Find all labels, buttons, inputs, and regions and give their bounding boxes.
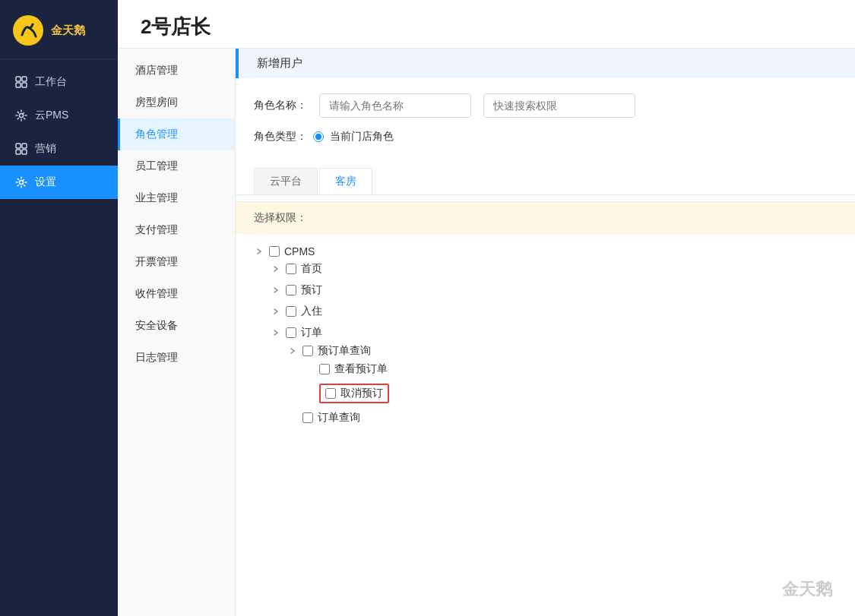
tree-label-homepage: 首页 — [301, 262, 322, 276]
tree-node-checkin: 入住 — [271, 302, 837, 321]
tree-checkbox-cpms[interactable] — [269, 246, 280, 257]
tree-node-view-pre-order: 查看预订单 — [304, 360, 837, 378]
tree-checkbox-reservation[interactable] — [286, 285, 296, 295]
tree-label-cpms: CPMS — [284, 245, 315, 257]
settings-icon — [15, 176, 27, 188]
section-header: 新增用户 — [236, 49, 855, 78]
tab-yunplatform[interactable]: 云平台 — [254, 168, 318, 194]
tree-toggle-cpms[interactable] — [254, 246, 264, 257]
grid-icon — [15, 76, 27, 88]
sub-nav-hotel[interactable]: 酒店管理 — [118, 55, 235, 87]
tree-node-reservation: 预订 — [271, 281, 837, 299]
tree-row-reservation: 预订 — [271, 281, 837, 299]
tree-checkbox-pre-order-query[interactable] — [302, 346, 313, 356]
sub-nav-role[interactable]: 角色管理 — [118, 118, 235, 150]
tree-node-cancel-pre-order: 取消预订 — [304, 381, 837, 406]
svg-rect-4 — [22, 83, 27, 87]
main-content: 2号店长 酒店管理 房型房间 角色管理 员工管理 业主管理 支付管理 开 — [118, 0, 855, 616]
sub-nav-owner[interactable]: 业主管理 — [118, 182, 235, 214]
role-type-radio[interactable] — [313, 131, 324, 142]
sub-nav-security[interactable]: 安全设备 — [118, 310, 235, 342]
sidebar-item-settings[interactable]: 设置 — [0, 166, 118, 199]
tree-label-cancel-pre-order: 取消预订 — [340, 387, 383, 400]
page-title: 2号店长 — [141, 14, 832, 40]
sub-nav-receiving[interactable]: 收件管理 — [118, 278, 235, 310]
sub-nav-payment[interactable]: 支付管理 — [118, 214, 235, 246]
tree-label-reservation: 预订 — [301, 283, 322, 297]
gear-icon — [15, 109, 27, 122]
sidebar-item-workbench[interactable]: 工作台 — [0, 65, 118, 99]
logo-text: 金天鹅 — [51, 24, 85, 37]
content-wrapper: 酒店管理 房型房间 角色管理 员工管理 业主管理 支付管理 开票管理 收件管理 — [118, 49, 855, 616]
svg-rect-1 — [16, 77, 21, 81]
svg-point-0 — [13, 15, 43, 46]
sub-nav-staff[interactable]: 员工管理 — [118, 150, 235, 182]
sidebar-item-yunpms-label: 云PMS — [35, 109, 68, 122]
section-title: 新增用户 — [257, 56, 302, 69]
svg-rect-7 — [22, 144, 27, 148]
svg-rect-8 — [16, 150, 21, 154]
sub-nav-invoice[interactable]: 开票管理 — [118, 246, 235, 278]
sidebar-item-workbench-label: 工作台 — [35, 75, 67, 89]
role-name-row: 角色名称： — [254, 93, 837, 118]
header: 2号店长 — [118, 0, 855, 49]
tree-toggle-orders[interactable] — [271, 327, 281, 338]
tree-label-view-pre-order: 查看预订单 — [334, 362, 388, 376]
sidebar: 金天鹅 工作台 云PMS 营销 — [0, 0, 118, 616]
marketing-icon — [15, 143, 27, 155]
tree-checkbox-view-pre-order[interactable] — [319, 364, 330, 374]
tree-row-pre-order-query: 预订单查询 — [287, 342, 837, 360]
svg-rect-2 — [22, 77, 27, 81]
tree-children-cpms: 首页 预订 — [271, 260, 837, 427]
tree-row-order-query: 订单查询 — [287, 409, 837, 427]
tab-guestroom[interactable]: 客房 — [319, 168, 372, 194]
tree-checkbox-cancel-pre-order[interactable] — [325, 388, 336, 399]
tree-children-pre-order-query: 查看预订单 — [304, 360, 837, 406]
role-type-label: 角色类型： — [254, 130, 307, 144]
tree-label-orders: 订单 — [301, 326, 322, 340]
sub-sidebar: 酒店管理 房型房间 角色管理 员工管理 业主管理 支付管理 开票管理 收件管理 — [118, 49, 236, 616]
sidebar-item-yunpms[interactable]: 云PMS — [0, 99, 118, 132]
tree-node-cpms: CPMS 首页 — [254, 243, 837, 427]
tree-row-checkin: 入住 — [271, 302, 837, 321]
tree-toggle-checkin[interactable] — [271, 306, 281, 317]
role-name-label: 角色名称： — [254, 99, 307, 112]
tabs-row: 云平台 客房 — [236, 168, 855, 195]
tree-row-cpms: CPMS — [254, 243, 837, 260]
sidebar-item-marketing-label: 营销 — [35, 142, 56, 156]
tree-toggle-homepage[interactable] — [271, 264, 281, 274]
tree-row-view-pre-order: 查看预订单 — [304, 360, 837, 378]
form-area: 角色名称： 角色类型： 当前门店角色 — [236, 78, 855, 168]
role-name-input[interactable] — [319, 93, 471, 118]
role-type-value: 当前门店角色 — [330, 130, 394, 144]
tree-checkbox-orders[interactable] — [286, 327, 296, 338]
tree-node-orders: 订单 预订单查询 — [271, 324, 837, 427]
tree-checkbox-homepage[interactable] — [286, 264, 296, 274]
tree-toggle-reservation[interactable] — [271, 285, 281, 295]
sidebar-item-settings-label: 设置 — [35, 175, 56, 189]
page-content: 新增用户 角色名称： 角色类型： 当前门店角色 云平台 — [236, 49, 855, 616]
tree-area: CPMS 首页 — [236, 234, 855, 439]
search-permissions-input[interactable] — [483, 93, 635, 118]
tree-row-orders: 订单 — [271, 324, 837, 342]
svg-rect-3 — [16, 83, 21, 87]
sub-nav-roomtype[interactable]: 房型房间 — [118, 87, 235, 118]
tree-checkbox-checkin[interactable] — [286, 306, 296, 317]
tree-label-order-query: 订单查询 — [318, 411, 360, 425]
tree-row-homepage: 首页 — [271, 260, 837, 278]
permissions-header: 选择权限： — [236, 201, 855, 234]
tree-toggle-pre-order-query[interactable] — [287, 346, 298, 356]
tree-label-checkin: 入住 — [301, 305, 322, 318]
tree-label-pre-order-query: 预订单查询 — [318, 344, 371, 358]
role-type-row: 角色类型： 当前门店角色 — [254, 130, 837, 144]
sidebar-item-marketing[interactable]: 营销 — [0, 132, 118, 166]
svg-rect-9 — [22, 150, 27, 154]
tree-node-order-query: 订单查询 — [287, 409, 837, 427]
tree-node-pre-order-query: 预订单查询 — [287, 342, 837, 406]
sub-nav-log[interactable]: 日志管理 — [118, 342, 235, 374]
sidebar-nav: 工作台 云PMS 营销 设置 — [0, 59, 118, 616]
svg-rect-6 — [16, 144, 21, 148]
logo-icon — [11, 14, 45, 47]
tree-checkbox-order-query[interactable] — [302, 412, 313, 423]
tree-row-cancel-pre-order: 取消预订 — [304, 381, 837, 406]
